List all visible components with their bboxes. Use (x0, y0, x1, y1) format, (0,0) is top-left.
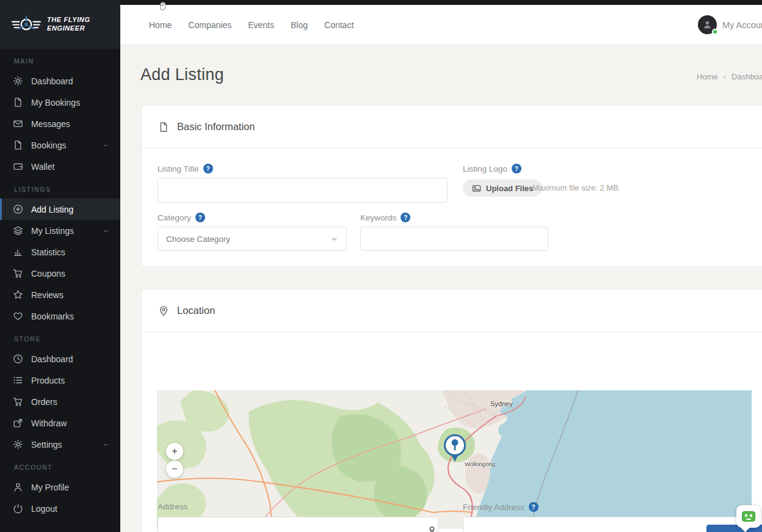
sidebar-item-statistics[interactable]: Statistics (0, 241, 120, 263)
basic-information-card: Basic Information Listing Title ? Listin… (141, 105, 762, 267)
map-tiles (157, 390, 752, 529)
help-icon[interactable]: ? (401, 213, 410, 222)
sidebar-item-logout[interactable]: Logout (0, 498, 120, 519)
main-panel: Add Listing Home › Dashboard Basic Infor… (120, 45, 762, 532)
sidebar-section-label: ACCOUNT (0, 455, 120, 476)
page: { "brand": {"line1": "THE FLYING", "line… (0, 0, 762, 532)
layers-icon (13, 225, 23, 236)
sidebar-nav: MAINDashboardMy BookingsMessagesBookings… (0, 49, 120, 519)
sidebar-item-label: Settings (31, 440, 62, 450)
sidebar-item-label: Bookings (31, 140, 67, 150)
sidebar-item-my-profile[interactable]: My Profile (0, 476, 120, 498)
breadcrumb-separator: › (724, 72, 726, 81)
sidebar-item-dashboard[interactable]: Dashboard (0, 70, 120, 92)
sidebar-item-label: My Listings (31, 226, 74, 236)
gear-icon (13, 439, 23, 450)
sidebar-item-products[interactable]: Products (0, 370, 120, 391)
location-map[interactable]: Sydney Wollongong + − Leaflet | © OpenSt… (157, 390, 752, 529)
top-dark-strip (120, 0, 762, 5)
image-icon (472, 184, 481, 193)
upload-files-button[interactable]: Upload Files (463, 180, 542, 197)
chevron-down-icon (102, 142, 109, 149)
address-input[interactable] (158, 517, 438, 532)
sidebar-item-my-listings[interactable]: My Listings (0, 220, 120, 241)
breadcrumb-current[interactable]: Dashboard (731, 72, 762, 81)
mail-icon (13, 118, 23, 129)
sidebar-item-my-bookings[interactable]: My Bookings (0, 92, 120, 113)
sidebar-item-label: Withdraw (31, 418, 67, 428)
share-icon (13, 418, 23, 428)
help-icon[interactable]: ? (529, 502, 539, 512)
chevron-down-icon (102, 441, 109, 448)
cart-icon (13, 396, 23, 407)
sidebar-item-reviews[interactable]: Reviews (0, 284, 120, 305)
nav-item-companies[interactable]: Companies (188, 20, 231, 30)
basic-information-header: Basic Information (142, 106, 762, 148)
map-pin-icon (158, 305, 169, 316)
location-card: Location (141, 289, 762, 532)
sidebar-item-withdraw[interactable]: Withdraw (0, 412, 120, 434)
sidebar-item-label: Reviews (31, 290, 64, 300)
sidebar-item-add-listing[interactable]: Add Listing (0, 199, 120, 220)
nav-item-blog[interactable]: Blog (291, 20, 308, 30)
listing-logo-label: Listing Logo ? (463, 164, 521, 173)
sidebar-item-label: Dashboard (31, 354, 73, 364)
sidebar-item-orders[interactable]: Orders (0, 391, 120, 412)
category-selected-value: Choose Category (166, 235, 230, 244)
map-label-sydney: Sydney (490, 400, 513, 407)
sidebar-item-coupons[interactable]: Coupons (0, 263, 120, 284)
sidebar-section-label: LISTINGS (0, 177, 120, 199)
online-status-dot (712, 29, 718, 35)
listing-title-label: Listing Title ? (158, 164, 213, 173)
plus-circle-icon (13, 204, 23, 214)
nav-item-contact[interactable]: Contact (324, 20, 354, 30)
sidebar-item-settings[interactable]: Settings (0, 434, 120, 455)
sidebar-item-label: Logout (31, 504, 57, 514)
listing-title-input[interactable] (158, 178, 448, 203)
content-area: HomeCompaniesEventsBlogContact My Accoun… (120, 0, 762, 532)
map-zoom-in-button[interactable]: + (166, 443, 183, 460)
nav-item-home[interactable]: Home (149, 20, 172, 30)
page-title: Add Listing (140, 65, 224, 84)
chat-widget-button[interactable] (736, 505, 761, 528)
clock-icon (13, 354, 23, 364)
upload-hint: Maximum file size: 2 MB. (532, 183, 620, 192)
category-select[interactable]: Choose Category (158, 227, 347, 251)
robot-icon (742, 511, 755, 522)
category-label: Category ? (158, 213, 205, 222)
sidebar-item-bookings[interactable]: Bookings (0, 134, 120, 156)
sidebar-item-dashboard[interactable]: Dashboard (0, 348, 120, 370)
sidebar-item-bookmarks[interactable]: Bookmarks (0, 305, 120, 327)
basic-information-title: Basic Information (177, 121, 255, 133)
brand-logo[interactable]: THE FLYING ENGINEER (0, 0, 120, 49)
friendly-address-label: Friendly Address ? (463, 502, 539, 512)
map-zoom-out-button[interactable]: − (166, 461, 183, 478)
sidebar: THE FLYING ENGINEER MAINDashboardMy Book… (0, 0, 120, 532)
sidebar-section-label: MAIN (0, 49, 120, 70)
sidebar-item-label: Dashboard (31, 76, 73, 86)
document-icon (13, 97, 23, 107)
my-account-menu[interactable]: My Account (698, 5, 762, 45)
sidebar-item-label: My Profile (31, 483, 69, 492)
cart-icon (13, 268, 23, 279)
user-icon (13, 482, 23, 492)
help-icon[interactable]: ? (512, 164, 521, 173)
basic-information-body: Listing Title ? Listing Logo ? Uploa (142, 148, 762, 267)
sidebar-section-label: STORE (0, 327, 120, 348)
my-account-label: My Account (722, 20, 762, 30)
sidebar-item-messages[interactable]: Messages (0, 113, 120, 134)
keywords-input[interactable] (360, 227, 548, 251)
nav-item-events[interactable]: Events (248, 20, 274, 30)
help-icon[interactable]: ? (195, 213, 205, 222)
sidebar-item-label: Coupons (31, 269, 65, 279)
breadcrumb: Home › Dashboard (697, 72, 762, 81)
chevron-down-icon (102, 227, 109, 235)
address-pin-icon (427, 525, 437, 532)
star-icon (13, 290, 23, 300)
sidebar-item-wallet[interactable]: Wallet (0, 156, 120, 177)
sidebar-item-label: Bookmarks (31, 312, 74, 321)
location-header: Location (142, 290, 762, 332)
help-icon[interactable]: ? (203, 164, 213, 173)
sidebar-item-label: My Bookings (31, 98, 80, 107)
breadcrumb-home[interactable]: Home (697, 72, 718, 81)
